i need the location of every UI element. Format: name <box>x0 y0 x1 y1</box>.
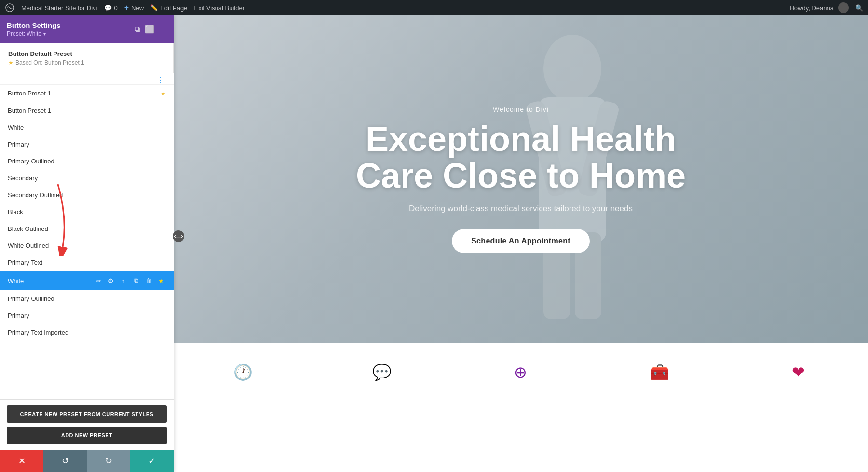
preset-label-white-outlined: White Outlined <box>8 242 49 249</box>
preset-settings-icon[interactable]: ⚙ <box>106 276 116 285</box>
preset-label-secondary: Secondary <box>8 175 38 182</box>
card-clock: 🕐 <box>174 343 312 401</box>
user-greeting[interactable]: Howdy, Deanna <box>789 2 849 13</box>
close-btn[interactable]: ✕ <box>0 450 43 472</box>
preset-star-bp1a[interactable]: ★ <box>161 90 166 97</box>
preset-item-white-outlined[interactable]: White Outlined <box>0 237 174 254</box>
new-content-btn[interactable]: + New <box>124 3 144 12</box>
preset-edit-icon[interactable]: ✏ <box>94 276 103 285</box>
schedule-appointment-btn[interactable]: Schedule An Appointment <box>452 229 590 253</box>
wp-logo-icon[interactable] <box>5 3 14 13</box>
hero-subtitle: Delivering world-class medical services … <box>356 204 686 214</box>
preset-label-black-outlined: Black Outlined <box>8 225 48 232</box>
preset-label-bp1a: Button Preset 1 <box>8 90 51 97</box>
preset-item-white-active[interactable]: White ✏ ⚙ ↑ ⧉ 🗑 ★ <box>0 271 174 290</box>
edit-page-btn[interactable]: ✏️ Edit Page <box>150 4 187 12</box>
redo-icon: ↻ <box>105 456 112 466</box>
preset-list: Button Preset 1 ★ Button Preset 1 White … <box>0 85 174 399</box>
hero-welcome-text: Welcome to Divi <box>356 106 686 113</box>
panel-more-icon[interactable]: ⋮ <box>159 25 167 34</box>
preset-caret-icon: ▾ <box>43 31 46 37</box>
resize-icon: ⟺ <box>174 232 183 240</box>
save-icon: ✓ <box>149 456 156 466</box>
preset-label-primary: Primary <box>8 141 29 148</box>
preset-dropdown-info: Button Default Preset ★ Based On: Button… <box>0 43 174 73</box>
preset-item-primary2[interactable]: Primary <box>0 307 174 324</box>
preset-item-primary-text[interactable]: Primary Text <box>0 254 174 271</box>
preset-label-primary-outlined2: Primary Outlined <box>8 295 54 302</box>
preset-item-black[interactable]: Black <box>0 203 174 220</box>
close-icon: ✕ <box>18 456 26 466</box>
dropdown-title: Button Default Preset <box>8 50 165 57</box>
preset-label-secondary-outlined: Secondary Outlined <box>8 191 63 199</box>
undo-icon: ↺ <box>62 456 69 466</box>
panel-preset-label[interactable]: Preset: White ▾ <box>7 30 61 37</box>
preset-label-primary-outlined: Primary Outlined <box>8 158 54 165</box>
add-preset-btn[interactable]: ADD NEW PRESET <box>7 427 167 444</box>
preset-item-primary-outlined2[interactable]: Primary Outlined <box>0 290 174 307</box>
preset-label-black: Black <box>8 208 23 216</box>
site-name[interactable]: Medical Starter Site for Divi <box>21 4 97 12</box>
panel-bottom-actions: CREATE NEW PRESET FROM CURRENT STYLES AD… <box>0 399 174 450</box>
create-preset-btn[interactable]: CREATE NEW PRESET FROM CURRENT STYLES <box>7 405 167 423</box>
more-icon: ⊕ <box>514 363 527 381</box>
preset-label-primary-text-imported: Primary Text imported <box>8 329 68 336</box>
button-settings-panel: Button Settings Preset: White ▾ ⧉ ⬜ ⋮ Bu… <box>0 15 174 472</box>
svg-point-2 <box>543 35 601 102</box>
panel-duplicate-icon[interactable]: ⧉ <box>135 25 140 34</box>
card-more: ⊕ <box>451 343 590 401</box>
preset-item-bp1a[interactable]: Button Preset 1 ★ <box>0 85 174 102</box>
preset-label-primary-text: Primary Text <box>8 259 42 266</box>
panel-expand-icon[interactable]: ⬜ <box>145 25 154 34</box>
star-icon: ★ <box>8 59 14 66</box>
content-area: Welcome to Divi Exceptional Health Care … <box>174 15 868 472</box>
card-chat: 💬 <box>312 343 451 401</box>
preset-star-active-icon[interactable]: ★ <box>156 276 166 285</box>
comment-icon: 💬 <box>104 4 112 12</box>
preset-item-black-outlined[interactable]: Black Outlined <box>0 220 174 237</box>
redo-btn[interactable]: ↻ <box>87 450 130 472</box>
chat-icon: 💬 <box>372 363 392 381</box>
preset-item-bp1b[interactable]: Button Preset 1 <box>0 102 174 119</box>
preset-item-secondary-outlined[interactable]: Secondary Outlined <box>0 187 174 203</box>
cards-section: 🕐 💬 ⊕ 🧰 ❤ <box>174 343 868 401</box>
preset-export-icon[interactable]: ↑ <box>119 276 128 285</box>
exit-builder-btn[interactable]: Exit Visual Builder <box>194 4 244 12</box>
comments-link[interactable]: 💬 0 <box>104 4 118 12</box>
preset-item-primary-text-imported[interactable]: Primary Text imported <box>0 324 174 341</box>
panel-header: Button Settings Preset: White ▾ ⧉ ⬜ ⋮ <box>0 15 174 43</box>
preset-label-bp1b: Button Preset 1 <box>8 107 51 114</box>
preset-copy-icon[interactable]: ⧉ <box>131 276 141 285</box>
hero-section: Welcome to Divi Exceptional Health Care … <box>174 15 868 343</box>
preset-item-primary-outlined[interactable]: Primary Outlined <box>0 153 174 170</box>
panel-resize-handle[interactable]: ⟺ <box>173 230 184 242</box>
preset-label-primary2: Primary <box>8 312 29 319</box>
search-icon[interactable]: 🔍 <box>855 4 863 12</box>
preset-item-white[interactable]: White <box>0 119 174 136</box>
bottom-toolbar: ✕ ↺ ↻ ✓ <box>0 450 174 472</box>
card-kit: 🧰 <box>590 343 729 401</box>
medical-kit-icon: 🧰 <box>650 363 669 381</box>
hero-title: Exceptional Health Care Close to Home <box>356 121 686 194</box>
card-heart: ❤ <box>729 343 868 401</box>
preset-label-white: White <box>8 124 24 131</box>
clock-icon: 🕐 <box>233 363 253 381</box>
save-btn[interactable]: ✓ <box>130 450 174 472</box>
preset-item-secondary[interactable]: Secondary <box>0 170 174 187</box>
panel-title: Button Settings <box>7 21 61 29</box>
preset-item-primary[interactable]: Primary <box>0 136 174 153</box>
preset-delete-icon[interactable]: 🗑 <box>144 276 153 285</box>
undo-btn[interactable]: ↺ <box>43 450 87 472</box>
preset-actions: ✏ ⚙ ↑ ⧉ 🗑 ★ <box>94 276 166 285</box>
preset-label-white-active: White <box>8 277 24 284</box>
heart-icon: ❤ <box>792 363 805 381</box>
hero-content: Welcome to Divi Exceptional Health Care … <box>337 106 705 253</box>
wp-admin-bar: Medical Starter Site for Divi 💬 0 + New … <box>0 0 868 15</box>
preset-list-menu-icon[interactable]: ⋮ <box>154 75 166 84</box>
dropdown-based-on: Based On: Button Preset 1 <box>15 59 84 66</box>
